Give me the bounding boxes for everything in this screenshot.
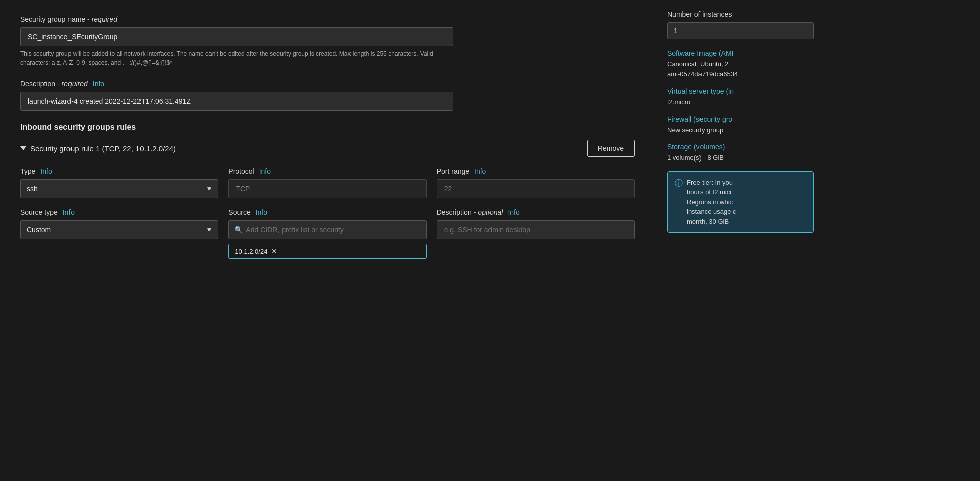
server-type-label[interactable]: Virtual server type (in	[667, 87, 814, 95]
search-icon: 🔍	[234, 226, 243, 234]
type-label: Type Info	[20, 167, 218, 175]
description-input[interactable]	[20, 92, 453, 111]
main-panel: Security group name - required This secu…	[0, 0, 655, 481]
source-type-field-group: Source type Info Custom ▼	[20, 208, 218, 259]
free-tier-header: ⓘ Free tier: In youhours of t2.micrRegio…	[675, 178, 806, 227]
source-type-label: Source type Info	[20, 208, 218, 216]
rule-fields-row1: Type Info ssh ▼ Protocol Info	[20, 167, 635, 198]
source-type-info-link[interactable]: Info	[63, 208, 75, 216]
description-optional-input[interactable]	[437, 220, 635, 239]
rule-title: Security group rule 1 (TCP, 22, 10.1.2.0…	[20, 144, 176, 153]
description-optional-label: Description - optional Info	[437, 208, 635, 216]
source-field-group: Source Info 🔍 10.1.2.0/24 ✕	[228, 208, 426, 259]
security-group-helper-text: This security group will be added to all…	[20, 49, 453, 67]
security-group-name-label: Security group name - required	[20, 15, 635, 23]
inbound-rules-section: Inbound security groups rules Security g…	[20, 123, 635, 259]
description-info-link[interactable]: Info	[93, 79, 104, 88]
software-image-label[interactable]: Software Image (AMI	[667, 49, 814, 57]
type-select[interactable]: ssh	[20, 179, 218, 198]
firewall-value: New security group	[667, 125, 814, 135]
source-type-select-wrapper: Custom ▼	[20, 220, 218, 239]
port-range-info-link[interactable]: Info	[474, 167, 486, 175]
description-optional-field-group: Description - optional Info	[437, 208, 635, 259]
type-field-group: Type Info ssh ▼	[20, 167, 218, 198]
port-range-disabled-input: 22	[437, 179, 635, 198]
server-type-value: t2.micro	[667, 97, 814, 107]
rule-header: Security group rule 1 (TCP, 22, 10.1.2.0…	[20, 140, 635, 157]
security-group-name-section: Security group name - required This secu…	[20, 15, 635, 67]
free-tier-box: ⓘ Free tier: In youhours of t2.micrRegio…	[667, 171, 814, 233]
port-range-label: Port range Info	[437, 167, 635, 175]
cidr-remove-icon[interactable]: ✕	[271, 247, 277, 255]
instances-value: 1	[667, 22, 814, 39]
storage-value: 1 volume(s) - 8 GiB	[667, 153, 814, 163]
source-info-link[interactable]: Info	[256, 208, 267, 216]
security-group-name-input[interactable]	[20, 27, 453, 46]
chevron-down-icon[interactable]	[20, 146, 26, 150]
source-input[interactable]	[228, 220, 426, 239]
type-select-wrapper: ssh ▼	[20, 179, 218, 198]
protocol-field-group: Protocol Info TCP	[228, 167, 426, 198]
right-panel: Number of instances 1 Software Image (AM…	[655, 0, 826, 481]
security-group-rule-1: Security group rule 1 (TCP, 22, 10.1.2.0…	[20, 140, 635, 259]
software-image-value: Canonical, Ubuntu, 2ami-0574da719dca6534	[667, 59, 814, 79]
protocol-disabled-input: TCP	[228, 179, 426, 198]
source-type-select[interactable]: Custom	[20, 220, 218, 239]
protocol-info-link[interactable]: Info	[259, 167, 271, 175]
type-info-link[interactable]: Info	[40, 167, 52, 175]
port-range-field-group: Port range Info 22	[437, 167, 635, 198]
rule-fields-row2: Source type Info Custom ▼ Source Info	[20, 208, 635, 259]
description-optional-info-link[interactable]: Info	[508, 208, 519, 216]
free-tier-text: Free tier: In youhours of t2.micrRegions…	[687, 178, 736, 227]
remove-button[interactable]: Remove	[587, 140, 635, 157]
firewall-label[interactable]: Firewall (security gro	[667, 115, 814, 123]
cidr-tag: 10.1.2.0/24 ✕	[228, 244, 426, 259]
storage-label[interactable]: Storage (volumes)	[667, 143, 814, 151]
description-section: Description - required Info	[20, 79, 635, 111]
source-input-wrapper: 🔍	[228, 220, 426, 239]
protocol-label: Protocol Info	[228, 167, 426, 175]
info-circle-icon: ⓘ	[675, 178, 683, 189]
inbound-title: Inbound security groups rules	[20, 123, 635, 132]
source-label: Source Info	[228, 208, 426, 216]
instances-label: Number of instances	[667, 10, 814, 18]
description-label: Description - required Info	[20, 79, 635, 88]
